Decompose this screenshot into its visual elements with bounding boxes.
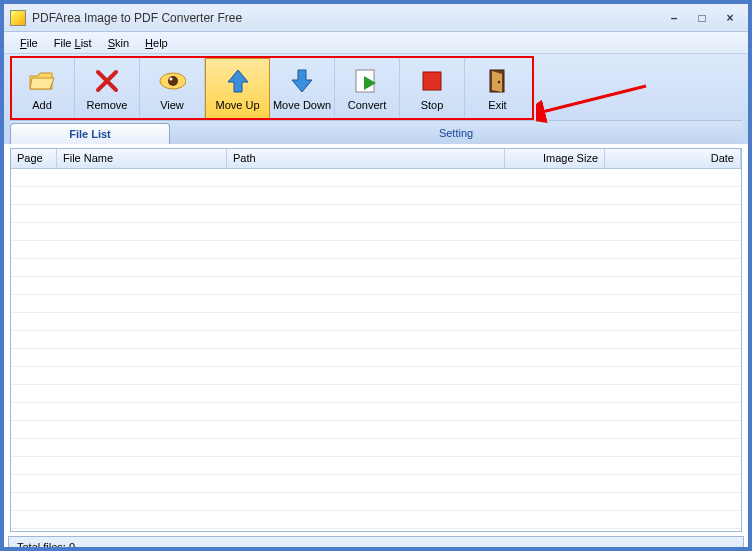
stop-square-icon	[418, 67, 446, 95]
list-row	[11, 169, 741, 187]
add-label: Add	[32, 99, 52, 111]
col-path[interactable]: Path	[227, 149, 505, 168]
tab-setting[interactable]: Setting	[170, 121, 742, 144]
stop-button[interactable]: Stop	[400, 58, 465, 120]
col-date[interactable]: Date	[605, 149, 741, 168]
file-list-area: Page File Name Path Image Size Date	[10, 148, 742, 532]
list-row	[11, 223, 741, 241]
view-button[interactable]: View	[140, 58, 205, 120]
menubar: File File List Skin Help	[4, 32, 748, 54]
door-exit-icon	[484, 67, 512, 95]
exit-button[interactable]: Exit	[465, 58, 530, 120]
menu-file[interactable]: File	[12, 35, 46, 51]
convert-play-icon	[353, 67, 381, 95]
moveup-button[interactable]: Move Up	[205, 58, 270, 120]
remove-label: Remove	[87, 99, 128, 111]
list-row	[11, 367, 741, 385]
list-row	[11, 205, 741, 223]
list-row	[11, 295, 741, 313]
list-row	[11, 187, 741, 205]
svg-point-4	[170, 78, 173, 81]
menu-skin[interactable]: Skin	[100, 35, 137, 51]
movedown-label: Move Down	[273, 99, 331, 111]
list-row	[11, 241, 741, 259]
minimize-button[interactable]: –	[662, 10, 686, 26]
list-row	[11, 349, 741, 367]
add-button[interactable]: Add	[10, 58, 75, 120]
remove-button[interactable]: Remove	[75, 58, 140, 120]
list-row	[11, 403, 741, 421]
list-row	[11, 511, 741, 529]
status-totalfiles: Total files: 0	[17, 541, 75, 551]
convert-button[interactable]: Convert	[335, 58, 400, 120]
list-row	[11, 385, 741, 403]
col-page[interactable]: Page	[11, 149, 57, 168]
menu-help[interactable]: Help	[137, 35, 176, 51]
column-headers: Page File Name Path Image Size Date	[11, 149, 741, 169]
list-row	[11, 457, 741, 475]
list-row	[11, 475, 741, 493]
movedown-button[interactable]: Move Down	[270, 58, 335, 120]
eye-icon	[158, 67, 186, 95]
col-filename[interactable]: File Name	[57, 149, 227, 168]
svg-point-3	[168, 76, 178, 86]
tab-filelist[interactable]: File List	[10, 123, 170, 144]
window-title: PDFArea Image to PDF Converter Free	[32, 11, 658, 25]
col-imagesize[interactable]: Image Size	[505, 149, 605, 168]
toolbar-area: Add Remove View Move Up Move Down	[4, 54, 748, 144]
exit-label: Exit	[488, 99, 506, 111]
arrow-down-icon	[288, 67, 316, 95]
list-row	[11, 331, 741, 349]
list-row	[11, 421, 741, 439]
app-icon	[10, 10, 26, 26]
arrow-up-icon	[224, 67, 252, 95]
moveup-label: Move Up	[215, 99, 259, 111]
toolbar: Add Remove View Move Up Move Down	[10, 58, 742, 120]
list-row	[11, 259, 741, 277]
statusbar: Total files: 0	[8, 536, 744, 551]
convert-label: Convert	[348, 99, 387, 111]
tabs-row: File List Setting	[10, 120, 742, 144]
list-rows[interactable]	[11, 169, 741, 531]
list-row	[11, 439, 741, 457]
svg-rect-6	[423, 72, 441, 90]
list-row	[11, 493, 741, 511]
list-row	[11, 277, 741, 295]
list-row	[11, 313, 741, 331]
view-label: View	[160, 99, 184, 111]
stop-label: Stop	[421, 99, 444, 111]
svg-point-8	[497, 81, 499, 83]
maximize-button[interactable]: □	[690, 10, 714, 26]
folder-open-icon	[28, 67, 56, 95]
menu-filelist[interactable]: File List	[46, 35, 100, 51]
close-button[interactable]: ×	[718, 10, 742, 26]
remove-x-icon	[93, 67, 121, 95]
titlebar: PDFArea Image to PDF Converter Free – □ …	[4, 4, 748, 32]
